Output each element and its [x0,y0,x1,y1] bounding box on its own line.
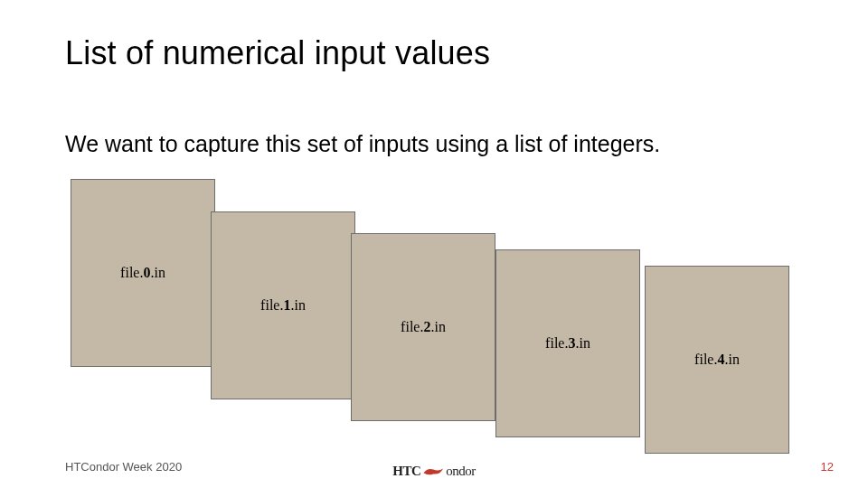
slide-subtitle: We want to capture this set of inputs us… [65,131,660,157]
card-area: file.0.in file.1.in file.2.in file.3.in … [71,179,812,414]
footer-left: HTCondor Week 2020 [65,460,182,474]
file-card: file.4.in [645,266,789,454]
logo-text-light: ondor [446,464,476,479]
slide-title: List of numerical input values [65,34,490,72]
file-prefix: file. [120,265,143,281]
file-prefix: file. [401,319,423,335]
slide: List of numerical input values We want t… [0,0,868,488]
file-suffix: .in [150,265,165,281]
file-card: file.3.in [495,249,640,437]
file-index: 2 [423,319,430,335]
file-index: 1 [283,297,290,314]
file-index: 3 [568,335,575,352]
file-card: file.2.in [351,233,495,421]
file-index: 0 [143,265,150,281]
footer-logo: HTC ondor [392,464,476,479]
file-prefix: file. [260,297,283,314]
file-card: file.1.in [211,211,355,399]
file-suffix: .in [430,319,445,335]
page-number: 12 [821,460,834,474]
file-card: file.0.in [71,179,215,367]
file-index: 4 [717,352,724,368]
condor-icon [422,465,444,479]
file-prefix: file. [545,335,568,352]
file-suffix: .in [290,297,305,314]
file-prefix: file. [694,352,717,368]
logo-text-bold: HTC [392,464,420,479]
file-suffix: .in [575,335,590,352]
file-suffix: .in [724,352,739,368]
